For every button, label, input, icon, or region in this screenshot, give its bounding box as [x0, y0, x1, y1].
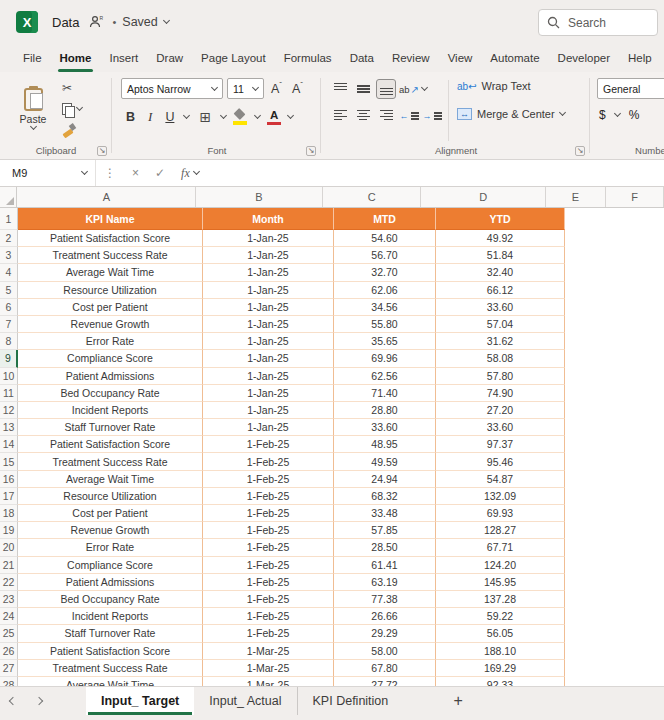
cell[interactable]: [565, 350, 627, 367]
row-header-24[interactable]: 24: [0, 608, 18, 625]
cell[interactable]: [627, 385, 664, 402]
cell[interactable]: 1-Jan-25: [203, 316, 334, 333]
cell[interactable]: 49.59: [334, 453, 436, 470]
cell[interactable]: [627, 557, 664, 574]
table-header-cell[interactable]: Month: [203, 208, 334, 230]
cell[interactable]: 1-Feb-25: [203, 625, 334, 642]
bold-button[interactable]: B: [123, 110, 138, 124]
row-header-11[interactable]: 11: [0, 385, 18, 402]
column-header-f[interactable]: F: [606, 187, 664, 207]
cell[interactable]: 92.33: [436, 677, 565, 686]
cell[interactable]: 27.72: [334, 677, 436, 686]
ribbon-tab-formulas[interactable]: Formulas: [275, 44, 341, 72]
ribbon-tab-home[interactable]: Home: [51, 44, 101, 72]
cell[interactable]: 1-Mar-25: [203, 677, 334, 686]
cell[interactable]: 1-Feb-25: [203, 557, 334, 574]
font-size-select[interactable]: 11: [227, 78, 264, 99]
table-header-cell[interactable]: YTD: [436, 208, 565, 230]
merge-center-button[interactable]: ↔ Merge & Center: [457, 108, 565, 120]
cell[interactable]: [627, 471, 664, 488]
cell[interactable]: Average Wait Time: [18, 677, 203, 686]
cell[interactable]: Resource Utilization: [18, 282, 203, 299]
ribbon-tab-review[interactable]: Review: [383, 44, 439, 72]
sheet-tab-input-actual[interactable]: Input_ Actual: [194, 687, 296, 715]
chevron-down-icon[interactable]: [614, 110, 621, 117]
cell[interactable]: Patient Satisfaction Score: [18, 643, 203, 660]
cell[interactable]: [565, 625, 627, 642]
cell[interactable]: 1-Jan-25: [203, 350, 334, 367]
cell[interactable]: 62.56: [334, 368, 436, 385]
formula-input[interactable]: [205, 160, 664, 186]
cell[interactable]: [627, 522, 664, 539]
cancel-button[interactable]: ×: [124, 166, 147, 180]
cell[interactable]: [627, 436, 664, 453]
italic-button[interactable]: I: [145, 109, 155, 125]
chevron-down-icon[interactable]: [193, 168, 200, 175]
new-sheet-button[interactable]: +: [433, 687, 483, 715]
font-name-select[interactable]: Aptos Narrow: [121, 78, 223, 99]
cell[interactable]: 33.48: [334, 505, 436, 522]
cell[interactable]: [565, 333, 627, 350]
cell[interactable]: [627, 643, 664, 660]
increase-font-size-button[interactable]: Aˆ: [268, 82, 285, 96]
column-header-a[interactable]: A: [17, 187, 196, 207]
cell[interactable]: 49.92: [436, 230, 565, 247]
next-sheet-button[interactable]: [26, 687, 52, 715]
row-header-16[interactable]: 16: [0, 471, 18, 488]
cell[interactable]: Cost per Patient: [18, 505, 203, 522]
ribbon-tab-data[interactable]: Data: [341, 44, 383, 72]
cell[interactable]: [627, 230, 664, 247]
cell[interactable]: [627, 539, 664, 556]
cell[interactable]: Staff Turnover Rate: [18, 625, 203, 642]
cell[interactable]: 1-Feb-25: [203, 539, 334, 556]
cell[interactable]: 69.93: [436, 505, 565, 522]
number-format-select[interactable]: General: [597, 78, 664, 99]
chevron-down-icon[interactable]: [287, 112, 294, 119]
chevron-down-icon[interactable]: [183, 112, 190, 119]
cell[interactable]: [565, 505, 627, 522]
column-header-d[interactable]: D: [421, 187, 546, 207]
cell[interactable]: Revenue Growth: [18, 522, 203, 539]
row-header-6[interactable]: 6: [0, 299, 18, 316]
cell[interactable]: 33.60: [334, 419, 436, 436]
cell[interactable]: 31.62: [436, 333, 565, 350]
cell[interactable]: Patient Admissions: [18, 574, 203, 591]
cell[interactable]: 56.05: [436, 625, 565, 642]
row-header-8[interactable]: 8: [0, 333, 18, 350]
bottom-align-button[interactable]: [376, 79, 396, 99]
cell[interactable]: [565, 660, 627, 677]
cell[interactable]: Revenue Growth: [18, 316, 203, 333]
cell[interactable]: 35.65: [334, 333, 436, 350]
cell[interactable]: 56.70: [334, 247, 436, 264]
cell[interactable]: 1-Feb-25: [203, 436, 334, 453]
cell[interactable]: [565, 436, 627, 453]
cell[interactable]: [565, 591, 627, 608]
ribbon-tab-insert[interactable]: Insert: [100, 44, 147, 72]
cell[interactable]: 1-Feb-25: [203, 453, 334, 470]
cell[interactable]: [627, 488, 664, 505]
row-header-3[interactable]: 3: [0, 247, 18, 264]
cell[interactable]: [627, 333, 664, 350]
column-header-b[interactable]: B: [196, 187, 323, 207]
ribbon-tab-help[interactable]: Help: [619, 44, 661, 72]
cell[interactable]: [627, 208, 664, 230]
cell[interactable]: Staff Turnover Rate: [18, 419, 203, 436]
cell[interactable]: [565, 488, 627, 505]
cell[interactable]: 55.80: [334, 316, 436, 333]
cell[interactable]: [565, 643, 627, 660]
cell[interactable]: 1-Feb-25: [203, 574, 334, 591]
cell[interactable]: Bed Occupancy Rate: [18, 591, 203, 608]
cell[interactable]: 54.60: [334, 230, 436, 247]
chevron-down-icon[interactable]: [254, 112, 261, 119]
cell[interactable]: 128.27: [436, 522, 565, 539]
cell[interactable]: 124.20: [436, 557, 565, 574]
cell[interactable]: 57.85: [334, 522, 436, 539]
cell[interactable]: [627, 299, 664, 316]
cell[interactable]: [627, 247, 664, 264]
align-left-button[interactable]: [330, 106, 350, 126]
cell[interactable]: [627, 316, 664, 333]
ribbon-tab-page-layout[interactable]: Page Layout: [192, 44, 275, 72]
cell[interactable]: [627, 660, 664, 677]
cell[interactable]: [627, 625, 664, 642]
excel-logo-icon[interactable]: X: [16, 11, 38, 33]
